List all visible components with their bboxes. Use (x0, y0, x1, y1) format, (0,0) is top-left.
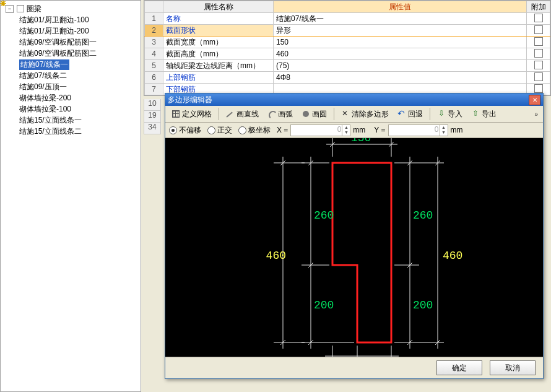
polygon-editor-dialog: 多边形编辑器 ✕ 定义网格 画直线 画弧 画圆 清除多边形 回退 导入 导出 »… (165, 93, 544, 379)
gutter-row: 19 (144, 111, 161, 123)
undo-button[interactable]: 回退 (394, 107, 427, 121)
property-table-panel: 属性名称 属性值 附加 1名称结施07/线条一2截面形状异形3截面宽度（mm）1… (144, 0, 551, 96)
tree-item-label: 结施07/线条一 (19, 59, 69, 70)
ok-button[interactable]: 确定 (436, 360, 482, 375)
spin-up-icon[interactable]: ▲ (440, 125, 448, 131)
tree-item[interactable]: 砌体墙拉梁-100 (19, 103, 139, 115)
row-number: 1 (145, 13, 163, 25)
define-grid-button[interactable]: 定义网格 (168, 107, 215, 121)
cross-section-polygon (332, 163, 391, 342)
collapse-toggle[interactable]: − (6, 5, 14, 13)
dim-left-lower: 200 (314, 299, 334, 311)
tree-item[interactable]: 砌体墙拉梁-200 (19, 92, 139, 103)
tree-item[interactable]: 结施07/线条二 (19, 70, 139, 81)
col-extra[interactable]: 附加 (527, 1, 550, 13)
prop-extra-checkbox[interactable] (527, 48, 550, 60)
spin-down-icon[interactable]: ▼ (440, 130, 448, 136)
property-row[interactable]: 1名称结施07/线条一 (145, 13, 550, 25)
polygon-svg: 150 260 200 460 260 200 460 (165, 138, 543, 357)
tree-item-label: 结施09/空调板配筋图二 (19, 48, 97, 59)
prop-extra-checkbox[interactable] (527, 13, 550, 25)
draw-arc-button[interactable]: 画弧 (264, 107, 297, 121)
row-header-blank (145, 1, 163, 13)
prop-value[interactable]: 异形 (274, 25, 527, 37)
radio-polar[interactable]: 极坐标 (238, 125, 271, 136)
row-number: 7 (145, 84, 163, 95)
folder-icon (16, 4, 25, 13)
gutter-row: 34 (144, 123, 161, 134)
prop-name: 截面高度（mm） (163, 48, 274, 60)
toolbar-separator (334, 108, 334, 120)
property-table[interactable]: 属性名称 属性值 附加 1名称结施07/线条一2截面形状异形3截面宽度（mm）1… (144, 1, 550, 95)
tree-item-label: 结施01/厨卫翻边-200 (19, 26, 89, 37)
col-name[interactable]: 属性名称 (163, 1, 274, 13)
prop-value[interactable]: 结施07/线条一 (274, 13, 527, 25)
import-button[interactable]: 导入 (433, 107, 466, 121)
circle-icon (302, 110, 310, 118)
y-unit: mm (451, 126, 463, 134)
property-row[interactable]: 3截面宽度（mm）150 (145, 37, 550, 48)
col-value[interactable]: 属性值 (274, 1, 527, 13)
dialog-title: 多边形编辑器 (168, 95, 529, 105)
tree-item[interactable]: 结施01/厨卫翻边-100 (19, 14, 139, 25)
property-row[interactable]: 5轴线距梁左边线距离（mm）(75) (145, 60, 550, 72)
polygon-canvas[interactable]: 150 260 200 460 260 200 460 (165, 138, 543, 357)
x-input[interactable]: 0▲▼ (290, 124, 350, 136)
clear-polygon-button[interactable]: 清除多边形 (337, 107, 393, 121)
line-icon (226, 110, 235, 118)
dim-top: 150 (351, 138, 371, 144)
prop-name: 截面形状 (163, 25, 274, 37)
prop-extra-checkbox[interactable] (527, 37, 550, 48)
tree-item[interactable]: 结施09/空调板配筋图二 (19, 48, 139, 59)
prop-value[interactable]: 150 (274, 37, 527, 48)
tree-item[interactable]: 结施09/空调板配筋图一 (19, 37, 139, 48)
property-row[interactable]: 6上部钢筋4Φ8 (145, 72, 550, 84)
close-icon[interactable]: ✕ (529, 95, 540, 105)
draw-circle-button[interactable]: 画圆 (298, 107, 331, 121)
dim-right-total: 460 (443, 250, 462, 262)
prop-value[interactable]: 4Φ8 (274, 72, 527, 84)
undo-icon (397, 110, 406, 118)
prop-name: 名称 (163, 13, 274, 25)
tree-item-label: 结施07/线条二 (19, 71, 67, 81)
tree-root-label: 圈梁 (27, 4, 41, 14)
property-row[interactable]: 2截面形状异形 (145, 25, 550, 37)
tree-item[interactable]: 结施01/厨卫翻边-200 (19, 25, 139, 37)
radio-ortho[interactable]: 正交 (207, 125, 232, 136)
tree-item[interactable]: 结施07/线条一 (19, 59, 139, 70)
prop-extra-checkbox[interactable] (527, 72, 550, 84)
grid-icon (171, 110, 180, 118)
component-tree-panel[interactable]: − 圈梁 结施01/厨卫翻边-100结施01/厨卫翻边-200结施09/空调板配… (0, 0, 141, 392)
prop-extra-checkbox[interactable] (527, 25, 550, 37)
tree-item[interactable]: 结施09/压顶一 (19, 81, 139, 92)
tree-item-label: 结施01/厨卫翻边-100 (19, 15, 89, 25)
x-label: X = (277, 126, 288, 134)
prop-value[interactable]: 460 (274, 48, 527, 60)
tree-item[interactable]: 结施15/立面线条二 (19, 126, 139, 137)
export-button[interactable]: 导出 (467, 107, 500, 121)
arc-icon (267, 110, 276, 118)
tree-item-label: 砌体墙拉梁-100 (19, 104, 71, 115)
prop-value[interactable]: (75) (274, 60, 527, 72)
dialog-titlebar[interactable]: 多边形编辑器 ✕ (165, 94, 543, 106)
spin-up-icon[interactable]: ▲ (342, 125, 350, 131)
tree-item-label: 结施15/立面线条二 (19, 126, 82, 137)
prop-name: 截面宽度（mm） (163, 37, 274, 48)
spin-down-icon[interactable]: ▼ (342, 130, 350, 136)
export-icon (471, 110, 480, 118)
tree-root-node[interactable]: − 圈梁 (2, 3, 139, 14)
prop-name: 上部钢筋 (163, 72, 274, 84)
draw-line-button[interactable]: 画直线 (222, 107, 262, 121)
tree-item-label: 结施09/压顶一 (19, 82, 67, 92)
tree-item[interactable]: 结施15/立面线条一 (19, 115, 139, 126)
y-input[interactable]: 0▲▼ (388, 124, 448, 136)
toolbar-overflow-icon[interactable]: » (532, 111, 540, 118)
radio-no-offset[interactable]: 不偏移 (169, 125, 201, 136)
y-label: Y = (374, 126, 385, 134)
row-number: 2 (145, 25, 163, 37)
cancel-button[interactable]: 取消 (490, 360, 536, 375)
property-row[interactable]: 4截面高度（mm）460 (145, 48, 550, 60)
row-gutter: 101934 (144, 99, 161, 134)
row-number: 5 (145, 60, 163, 72)
prop-extra-checkbox[interactable] (527, 60, 550, 72)
